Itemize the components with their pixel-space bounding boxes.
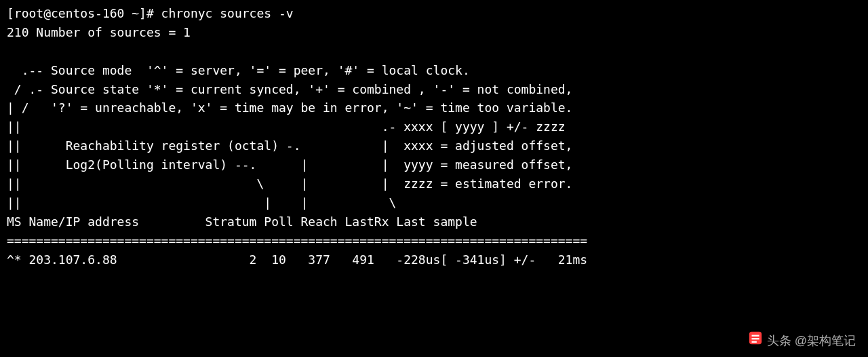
table-header: MS Name/IP address Stratum Poll Reach La…: [7, 214, 477, 229]
legend-line: || Reachability register (octal) -. | xx…: [7, 138, 572, 153]
svg-rect-2: [751, 338, 759, 339]
svg-rect-3: [751, 341, 756, 343]
shell-prompt: [root@centos-160 ~]#: [7, 6, 161, 20]
toutiao-logo-icon: [748, 331, 763, 352]
legend-line: || Log2(Polling interval) --. | | yyyy =…: [7, 157, 572, 172]
sources-count-line: 210 Number of sources = 1: [7, 25, 191, 39]
svg-rect-1: [751, 335, 759, 337]
table-row: ^* 203.107.6.88 2 10 377 491 -228us[ -34…: [7, 252, 587, 267]
terminal-window[interactable]: [root@centos-160 ~]# chronyc sources -v …: [0, 0, 868, 269]
watermark-text: 头条 @架构笔记: [767, 332, 856, 351]
legend-line: || .- xxxx [ yyyy ] +/- zzzz: [7, 119, 566, 134]
command-text: chronyc sources -v: [161, 6, 294, 20]
legend-line: / .- Source state '*' = current synced, …: [7, 82, 572, 96]
legend-line: | / '?' = unreachable, 'x' = time may be…: [7, 100, 572, 115]
legend-line: || | | \: [7, 195, 396, 210]
legend-line: || \ | | zzzz = estimated error.: [7, 176, 572, 191]
watermark: 头条 @架构笔记: [748, 331, 856, 352]
legend-line: .-- Source mode '^' = server, '=' = peer…: [7, 63, 470, 77]
table-separator: ========================================…: [7, 233, 587, 248]
